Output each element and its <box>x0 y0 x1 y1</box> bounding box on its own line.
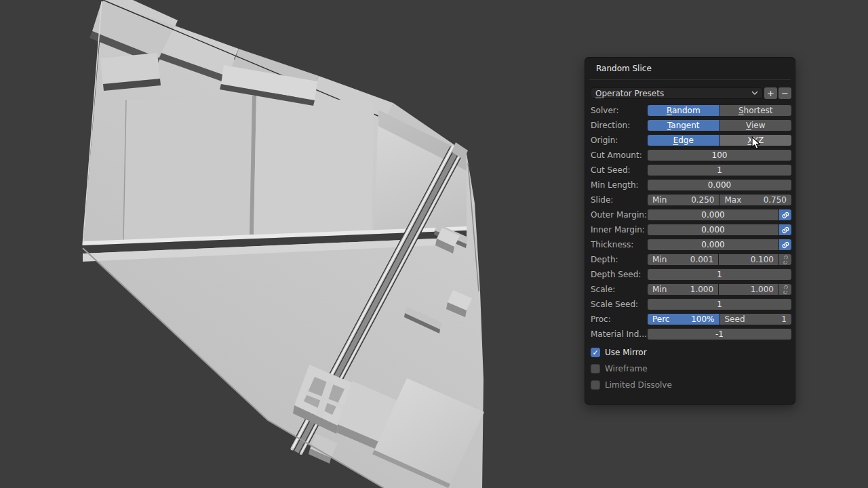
hotkey-underline: R <box>667 106 672 115</box>
scale-seed-row: Scale Seed: 1 <box>591 299 791 310</box>
depth-max-field[interactable]: 0.100 <box>719 254 778 265</box>
min-sublabel: Min <box>652 195 667 205</box>
max-sublabel: Max <box>725 195 742 205</box>
scale-unlink-toggle[interactable] <box>779 284 791 295</box>
operator-redo-panel: Random Slice Operator Presets + − Solver… <box>585 57 795 405</box>
direction-row: Direction: Tangent View <box>591 120 791 131</box>
slide-max-field[interactable]: Max0.750 <box>720 195 792 205</box>
scale-seed-field[interactable]: 1 <box>648 299 791 310</box>
link-icon <box>781 211 790 220</box>
origin-option-xyz[interactable]: XYZ <box>720 135 792 146</box>
scale-seed-label: Scale Seed: <box>591 300 648 309</box>
limited-dissolve-checkbox[interactable] <box>591 380 600 390</box>
use-mirror-row[interactable]: ✓ Use Mirror <box>591 347 791 358</box>
material-index-field[interactable]: -1 <box>648 329 791 340</box>
depth-min-field[interactable]: Min0.001 <box>648 254 718 265</box>
limited-dissolve-label: Limited Dissolve <box>605 380 672 390</box>
label-text: hortest <box>744 106 773 115</box>
thickness-link-toggle[interactable] <box>779 239 791 250</box>
hotkey-underline: S <box>738 106 744 115</box>
check-icon: ✓ <box>592 349 598 357</box>
label-text: iew <box>751 121 766 130</box>
slide-label: Slide: <box>591 195 648 205</box>
limited-dissolve-row[interactable]: Limited Dissolve <box>591 380 791 390</box>
wireframe-label: Wireframe <box>605 364 648 373</box>
remove-preset-button[interactable]: − <box>778 87 791 99</box>
proc-row: Proc: Perc100% Seed1 <box>591 314 791 325</box>
inner-margin-field[interactable]: 0.000 <box>648 224 778 235</box>
material-index-label: Material Ind... <box>591 329 648 339</box>
slide-min-field[interactable]: Min0.250 <box>648 195 719 205</box>
operator-presets-dropdown[interactable]: Operator Presets <box>591 87 763 99</box>
proc-perc-field[interactable]: Perc100% <box>648 314 719 325</box>
proc-label: Proc: <box>591 314 648 324</box>
wireframe-row[interactable]: Wireframe <box>591 363 791 374</box>
blender-window: Random Slice Operator Presets + − Solver… <box>0 0 868 488</box>
min-value: 1.000 <box>690 285 713 294</box>
scale-max-field[interactable]: 1.000 <box>719 284 778 295</box>
cut-amount-row: Cut Amount: 100 <box>591 150 791 161</box>
label-text: angent <box>671 121 699 130</box>
chevron-down-icon <box>751 91 758 96</box>
use-mirror-checkbox[interactable]: ✓ <box>591 348 600 357</box>
scale-label: Scale: <box>591 285 648 294</box>
seed-sublabel: Seed <box>725 314 745 324</box>
link-icon <box>781 226 790 235</box>
unlink-icon <box>781 256 790 264</box>
direction-label: Direction: <box>591 121 648 130</box>
cut-seed-field[interactable]: 1 <box>648 165 791 176</box>
depth-seed-field[interactable]: 1 <box>648 269 791 280</box>
slide-row: Slide: Min0.250 Max0.750 <box>591 195 791 205</box>
hotkey-underline: V <box>746 121 751 130</box>
link-icon <box>781 241 790 249</box>
origin-option-edge[interactable]: Edge <box>648 135 719 146</box>
outer-margin-label: Outer Margin: <box>591 210 648 220</box>
outer-margin-link-toggle[interactable] <box>779 209 791 220</box>
use-mirror-label: Use Mirror <box>605 348 647 357</box>
solver-option-shortest[interactable]: Shortest <box>720 105 792 116</box>
perc-value: 100% <box>691 314 714 324</box>
inner-margin-label: Inner Margin: <box>591 225 648 235</box>
hotkey-underline: X <box>747 136 753 145</box>
max-value: 1.000 <box>751 285 774 294</box>
max-value: 0.100 <box>751 255 774 264</box>
min-sublabel: Min <box>652 285 667 294</box>
direction-option-view[interactable]: View <box>720 120 792 131</box>
operator-presets-row: Operator Presets + − <box>591 87 791 99</box>
scale-min-field[interactable]: Min1.000 <box>648 284 718 295</box>
cut-seed-row: Cut Seed: 1 <box>591 165 791 176</box>
cut-amount-label: Cut Amount: <box>591 150 648 160</box>
proc-seed-field[interactable]: Seed1 <box>720 314 792 325</box>
label-text: dge <box>678 136 694 145</box>
thickness-field[interactable]: 0.000 <box>648 239 778 250</box>
min-length-field[interactable]: 0.000 <box>648 180 791 190</box>
max-value: 0.750 <box>764 195 787 205</box>
inner-margin-row: Inner Margin: 0.000 <box>591 224 791 235</box>
min-value: 0.250 <box>691 195 714 205</box>
cut-amount-field[interactable]: 100 <box>648 150 791 161</box>
wireframe-checkbox[interactable] <box>591 364 600 373</box>
thickness-row: Thickness: 0.000 <box>591 239 791 250</box>
depth-row: Depth: Min0.001 0.100 <box>591 254 791 265</box>
thickness-label: Thickness: <box>591 240 648 249</box>
direction-option-tangent[interactable]: Tangent <box>648 120 719 131</box>
solver-row: Solver: Random Shortest <box>591 105 791 116</box>
label-text: YZ <box>753 136 764 145</box>
inner-margin-link-toggle[interactable] <box>779 224 791 235</box>
solver-label: Solver: <box>591 106 648 115</box>
scale-row: Scale: Min1.000 1.000 <box>591 284 791 295</box>
origin-row: Origin: Edge XYZ <box>591 135 791 146</box>
material-index-row: Material Ind... -1 <box>591 329 791 340</box>
label-text: andom <box>672 106 701 115</box>
cut-seed-label: Cut Seed: <box>591 165 648 175</box>
solver-option-random[interactable]: Random <box>648 105 719 116</box>
depth-seed-row: Depth Seed: 1 <box>591 269 791 280</box>
mesh-upper-panels <box>100 53 467 240</box>
outer-margin-field[interactable]: 0.000 <box>648 209 778 220</box>
depth-unlink-toggle[interactable] <box>779 254 791 265</box>
panel-title: Random Slice <box>585 58 795 79</box>
add-preset-button[interactable]: + <box>764 87 777 99</box>
unlink-icon <box>781 285 790 294</box>
min-value: 0.001 <box>690 255 713 264</box>
min-length-label: Min Length: <box>591 180 648 190</box>
